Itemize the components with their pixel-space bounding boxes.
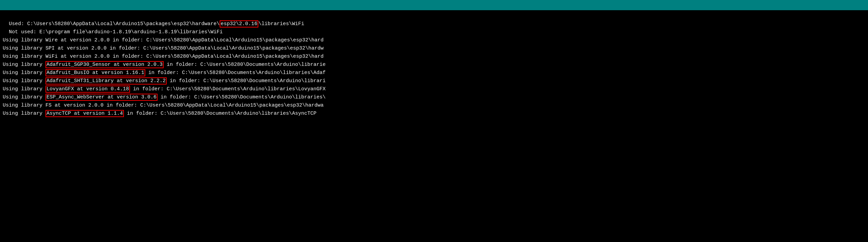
highlighted-version: Adafruit_SGP30_Sensor at version 2.0.3 [45, 61, 164, 68]
console-line-5: Using library WiFi at version 2.0.0 in f… [3, 53, 865, 61]
console-line-4: Using library SPI at version 2.0.0 in fo… [3, 44, 865, 53]
highlighted-version: esp32\2.0.16 [220, 20, 258, 27]
console-line-8: Using library Adafruit_SHT31_Library at … [3, 77, 865, 85]
highlighted-version: ESP_Async_WebServer at version 3.0.6 [45, 94, 158, 101]
console-line-12: Using library AsyncTCP at version 1.1.4 … [3, 110, 865, 118]
highlighted-version: AsyncTCP at version 1.1.4 [45, 110, 124, 117]
console-line-6: Using library Adafruit_SGP30_Sensor at v… [3, 61, 865, 69]
console-line-10: Using library ESP_Async_WebServer at ver… [3, 93, 865, 101]
highlighted-version: Adafruit_BusIO at version 1.16.1 [45, 69, 145, 76]
console-line-3: Using library Wire at version 2.0.0 in f… [3, 36, 865, 44]
console-line-1: Used: C:\Users\58280\AppData\Local\Ardui… [3, 20, 865, 28]
highlighted-version: LovyanGFX at version 0.4.18 [45, 86, 130, 93]
console-line-9: Using library LovyanGFX at version 0.4.1… [3, 85, 865, 93]
status-bar [0, 0, 868, 10]
console-line-11: Using library FS at version 2.0.0 in fol… [3, 101, 865, 110]
console-line-7: Using library Adafruit_BusIO at version … [3, 69, 865, 77]
console-output: Used: C:\Users\58280\AppData\Local\Ardui… [0, 10, 868, 120]
highlighted-version: Adafruit_SHT31_Library at version 2.2.2 [45, 77, 167, 85]
console-line-2: Not used: E:\program file\arduino-1.8.19… [3, 28, 865, 36]
